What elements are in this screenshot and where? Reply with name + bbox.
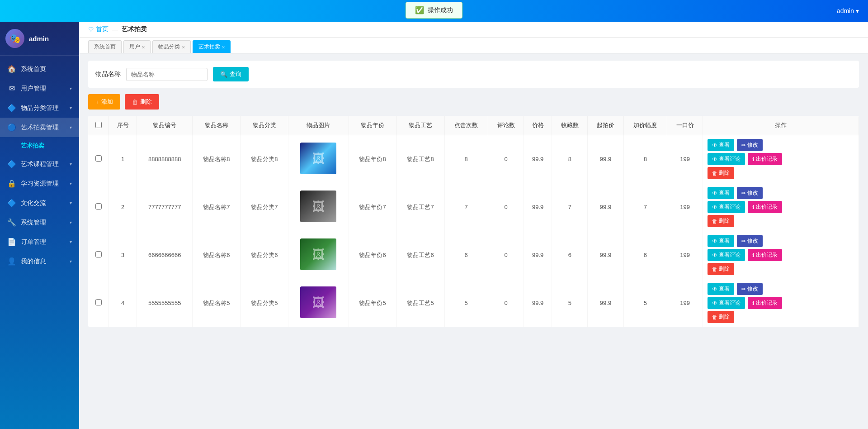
- row-comments: 0: [488, 183, 524, 231]
- topbar-admin-menu[interactable]: admin ▾: [837, 7, 859, 14]
- sidebar-item-myinfo-label: 我的信息: [21, 257, 46, 266]
- add-button[interactable]: + 添加: [88, 94, 120, 110]
- search-input[interactable]: [126, 68, 208, 81]
- edit-button[interactable]: ✏ 修改: [737, 139, 763, 151]
- row-delete-button[interactable]: 🗑 删除: [708, 215, 734, 227]
- breadcrumb-home[interactable]: ♡ 首页: [88, 25, 108, 33]
- review-icon: 👁: [712, 156, 717, 162]
- sidebar-item-auction[interactable]: 🔵 艺术拍卖管理 ▾: [0, 118, 79, 137]
- main-content: ♡ 首页 — 艺术拍卖 系统首页 用户 × 物品分类 × 艺术拍卖 ×: [79, 22, 868, 429]
- edit-button[interactable]: ✏ 修改: [737, 283, 763, 295]
- row-increment: 7: [623, 183, 667, 231]
- row-craft: 物品工艺6: [396, 231, 444, 279]
- row-select-checkbox[interactable]: [95, 203, 102, 210]
- admin-name: admin: [837, 7, 854, 14]
- col-start-price: 起拍价: [588, 116, 623, 135]
- bid-label: 出价记录: [756, 251, 778, 259]
- view-button[interactable]: 👁 查看: [708, 235, 734, 247]
- review-button[interactable]: 👁 查看评论: [708, 249, 745, 261]
- view-button[interactable]: 👁 查看: [708, 139, 734, 151]
- sidebar-item-order[interactable]: 📄 订单管理 ▾: [0, 232, 79, 252]
- row-select-checkbox[interactable]: [95, 155, 102, 162]
- row-clicks: 7: [444, 183, 488, 231]
- review-icon: 👁: [712, 300, 717, 306]
- row-delete-icon: 🗑: [712, 314, 717, 320]
- row-delete-button[interactable]: 🗑 删除: [708, 311, 734, 323]
- row-actions: 👁 查看 ✏ 修改 👁 查看评论 ℹ 出价记录: [703, 231, 859, 279]
- row-category: 物品分类8: [241, 135, 288, 183]
- view-button[interactable]: 👁 查看: [708, 187, 734, 199]
- bid-button[interactable]: ℹ 出价记录: [748, 297, 782, 309]
- review-icon: 👁: [712, 252, 717, 258]
- view-icon: 👁: [712, 238, 717, 244]
- row-actions: 👁 查看 ✏ 修改 👁 查看评论 ℹ 出价记录: [703, 183, 859, 231]
- col-name: 物品名称: [193, 116, 241, 135]
- tab-user-close-icon[interactable]: ×: [142, 44, 145, 50]
- edit-button[interactable]: ✏ 修改: [737, 187, 763, 199]
- tab-sys-home[interactable]: 系统首页: [88, 40, 122, 53]
- breadcrumb-separator: —: [112, 26, 118, 33]
- sidebar-item-order-label: 订单管理: [21, 238, 46, 246]
- sidebar-item-learning-label: 学习资源管理: [21, 180, 59, 188]
- sidebar-item-myinfo[interactable]: 👤 我的信息 ▾: [0, 252, 79, 271]
- row-checkbox[interactable]: [88, 279, 109, 327]
- batch-delete-button[interactable]: 🗑 删除: [125, 94, 159, 110]
- select-all-checkbox[interactable]: [95, 122, 102, 128]
- row-comments: 0: [488, 135, 524, 183]
- tab-auction-close-icon[interactable]: ×: [222, 44, 225, 50]
- bid-icon: ℹ: [752, 252, 755, 258]
- row-delete-button[interactable]: 🗑 删除: [708, 167, 734, 179]
- row-year: 物品年份7: [349, 183, 396, 231]
- row-comments: 0: [488, 279, 524, 327]
- row-delete-button[interactable]: 🗑 删除: [708, 263, 734, 275]
- sidebar-item-course[interactable]: 🔷 艺术课程管理 ▾: [0, 154, 79, 174]
- row-code: 5555555555: [137, 279, 193, 327]
- table-row: 4 5555555555 物品名称5 物品分类5 🖼 物品年份5 物品工艺5 5…: [88, 279, 859, 327]
- auction-icon: 🔵: [7, 123, 16, 132]
- search-btn-label: 查询: [230, 70, 241, 78]
- row-select-checkbox[interactable]: [95, 251, 102, 257]
- row-name: 物品名称5: [193, 279, 241, 327]
- row-category: 物品分类7: [241, 183, 288, 231]
- view-icon: 👁: [712, 286, 717, 292]
- review-button[interactable]: 👁 查看评论: [708, 297, 745, 309]
- row-start-price: 99.9: [588, 135, 623, 183]
- review-button[interactable]: 👁 查看评论: [708, 201, 745, 213]
- culture-icon: 🔷: [7, 199, 16, 207]
- sidebar-item-home[interactable]: 🏠 系统首页: [0, 59, 79, 79]
- row-clicks: 6: [444, 231, 488, 279]
- sidebar-item-category[interactable]: 🔷 物品分类管理 ▾: [0, 98, 79, 118]
- edit-label: 修改: [747, 189, 758, 197]
- search-button[interactable]: 🔍 查询: [213, 67, 249, 81]
- row-checkbox[interactable]: [88, 183, 109, 231]
- review-label: 查看评论: [719, 251, 741, 259]
- sidebar-item-user[interactable]: ✉ 用户管理 ▾: [0, 79, 79, 98]
- row-buynow: 199: [667, 135, 703, 183]
- sidebar-submenu-art-auction[interactable]: 艺术拍卖: [0, 137, 79, 154]
- success-toast: ✅ 操作成功: [406, 2, 462, 19]
- tab-user-mgmt[interactable]: 用户 ×: [123, 40, 151, 53]
- bid-button[interactable]: ℹ 出价记录: [748, 249, 782, 261]
- row-index: 3: [109, 231, 137, 279]
- sidebar-item-culture[interactable]: 🔷 文化交流 ▾: [0, 193, 79, 213]
- tab-cat-close-icon[interactable]: ×: [182, 44, 184, 50]
- tab-art-auction[interactable]: 艺术拍卖 ×: [193, 40, 231, 53]
- row-checkbox[interactable]: [88, 231, 109, 279]
- sidebar-item-system[interactable]: 🔧 系统管理 ▾: [0, 213, 79, 232]
- row-buynow: 199: [667, 279, 703, 327]
- row-select-checkbox[interactable]: [95, 299, 102, 305]
- review-icon: 👁: [712, 204, 717, 210]
- review-button[interactable]: 👁 查看评论: [708, 153, 745, 165]
- search-label: 物品名称: [95, 70, 121, 78]
- edit-button[interactable]: ✏ 修改: [737, 235, 763, 247]
- view-button[interactable]: 👁 查看: [708, 283, 734, 295]
- topbar: ✅ 操作成功 admin ▾: [0, 0, 868, 22]
- bid-button[interactable]: ℹ 出价记录: [748, 201, 782, 213]
- tab-cat-mgmt[interactable]: 物品分类 ×: [152, 40, 190, 53]
- row-index: 1: [109, 135, 137, 183]
- col-checkbox: [88, 116, 109, 135]
- sidebar-item-learning[interactable]: 🔒 学习资源管理 ▾: [0, 174, 79, 193]
- row-checkbox[interactable]: [88, 135, 109, 183]
- bid-button[interactable]: ℹ 出价记录: [748, 153, 782, 165]
- table-row: 3 6666666666 物品名称6 物品分类6 🖼 物品年份6 物品工艺6 6…: [88, 231, 859, 279]
